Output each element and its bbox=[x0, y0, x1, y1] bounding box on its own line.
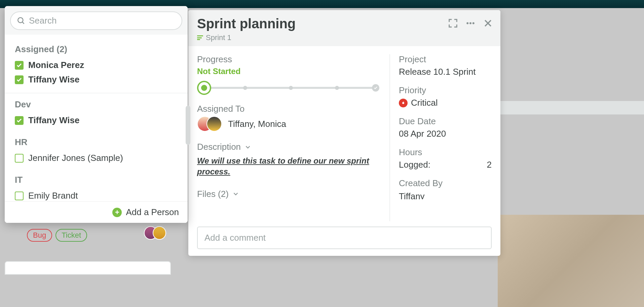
close-icon[interactable] bbox=[483, 18, 493, 28]
sprint-icon bbox=[197, 35, 203, 40]
background-card-avatars bbox=[144, 226, 166, 240]
svg-point-0 bbox=[18, 18, 23, 23]
breadcrumb-text: Sprint 1 bbox=[206, 33, 231, 42]
search-bar-wrap bbox=[5, 6, 188, 35]
group-it-header: IT bbox=[15, 175, 178, 185]
comment-input[interactable]: Add a comment bbox=[197, 227, 492, 249]
divider bbox=[5, 93, 188, 93]
assigned-label: Assigned To bbox=[197, 104, 381, 114]
priority-value: Critical bbox=[411, 98, 438, 108]
person-jennifer-jones[interactable]: Jennifer Jones (Sample) bbox=[15, 151, 178, 165]
person-name: Jennifer Jones (Sample) bbox=[28, 153, 123, 163]
group-hr-header: HR bbox=[15, 137, 178, 147]
chevron-down-icon bbox=[244, 143, 252, 151]
person-emily-brandt[interactable]: Emily Brandt bbox=[15, 189, 178, 201]
assigned-avatars bbox=[197, 116, 222, 132]
search-box[interactable] bbox=[10, 11, 182, 30]
created-by-block[interactable]: Created By Tiffany bbox=[399, 178, 492, 199]
search-input[interactable] bbox=[29, 15, 176, 26]
person-tiffany-wise-dev[interactable]: Tiffany Wise bbox=[15, 113, 178, 128]
priority-label: Priority bbox=[399, 85, 492, 96]
description-text[interactable]: We will use this task to define our new … bbox=[197, 156, 381, 177]
progress-step bbox=[243, 86, 247, 90]
due-date-label: Due Date bbox=[399, 116, 492, 127]
checkbox-unchecked-icon bbox=[15, 154, 24, 163]
people-list: Assigned (2) Monica Perez Tiffany Wise D… bbox=[5, 35, 188, 201]
svg-line-1 bbox=[22, 22, 24, 24]
progress-status[interactable]: Not Started bbox=[197, 67, 381, 76]
logged-value: 2 bbox=[487, 160, 492, 170]
files-label: Files (2) bbox=[197, 189, 229, 199]
progress-label: Progress bbox=[197, 54, 381, 65]
svg-point-2 bbox=[466, 22, 468, 24]
person-name: Tiffany Wise bbox=[28, 74, 79, 85]
comment-bar: Add a comment bbox=[188, 221, 500, 256]
task-main: Progress Not Started Assigned To Tiffany… bbox=[197, 54, 381, 221]
priority-block[interactable]: Priority Critical bbox=[399, 85, 492, 108]
progress-current-icon bbox=[197, 81, 211, 95]
task-header: Sprint planning Sprint 1 bbox=[188, 10, 500, 46]
hours-label: Hours bbox=[399, 147, 492, 158]
task-breadcrumb[interactable]: Sprint 1 bbox=[197, 33, 492, 42]
files-header[interactable]: Files (2) bbox=[197, 189, 381, 199]
logged-label: Logged: bbox=[399, 160, 430, 170]
due-date-block[interactable]: Due Date 08 Apr 2020 bbox=[399, 116, 492, 139]
avatar bbox=[153, 226, 166, 240]
person-name: Tiffany Wise bbox=[28, 115, 79, 126]
checkbox-checked-icon bbox=[15, 61, 24, 70]
avatar bbox=[206, 116, 222, 132]
fire-icon bbox=[399, 99, 408, 107]
task-title[interactable]: Sprint planning bbox=[197, 16, 492, 31]
created-by-label: Created By bbox=[399, 178, 492, 189]
task-body: Progress Not Started Assigned To Tiffany… bbox=[188, 46, 500, 221]
progress-track[interactable] bbox=[197, 81, 381, 94]
background-photo bbox=[498, 215, 644, 307]
person-monica-perez[interactable]: Monica Perez bbox=[15, 58, 178, 72]
hours-block[interactable]: Hours Logged: 2 bbox=[399, 147, 492, 170]
assigned-header: Assigned (2) bbox=[15, 44, 178, 55]
task-sidebar: Project Release 10.1 Sprint Priority Cri… bbox=[389, 54, 492, 221]
checkbox-unchecked-icon bbox=[15, 192, 24, 200]
assigned-to-row[interactable]: Tiffany, Monica bbox=[197, 116, 381, 132]
people-picker-panel: Assigned (2) Monica Perez Tiffany Wise D… bbox=[5, 6, 188, 223]
person-name: Emily Brandt bbox=[28, 191, 78, 201]
chevron-down-icon bbox=[232, 190, 239, 198]
description-header[interactable]: Description bbox=[197, 142, 381, 152]
task-actions bbox=[448, 18, 493, 28]
background-stripe bbox=[498, 101, 644, 114]
project-value: Release 10.1 Sprint bbox=[399, 67, 492, 77]
svg-point-3 bbox=[469, 22, 471, 24]
scrollbar-thumb[interactable] bbox=[186, 106, 190, 145]
svg-point-4 bbox=[472, 22, 475, 24]
progress-step bbox=[289, 86, 293, 90]
person-name: Monica Perez bbox=[28, 60, 84, 70]
expand-icon[interactable] bbox=[448, 18, 458, 28]
people-picker-footer: + Add a Person bbox=[5, 201, 188, 223]
more-icon[interactable] bbox=[465, 18, 476, 28]
tag-ticket[interactable]: Ticket bbox=[55, 229, 87, 242]
checkbox-checked-icon bbox=[15, 116, 24, 125]
description-label: Description bbox=[197, 142, 241, 152]
background-card-tags: Bug Ticket bbox=[27, 229, 87, 242]
project-block[interactable]: Project Release 10.1 Sprint bbox=[399, 54, 492, 77]
assigned-names: Tiffany, Monica bbox=[228, 119, 286, 129]
person-tiffany-wise[interactable]: Tiffany Wise bbox=[15, 72, 178, 87]
progress-end-icon bbox=[372, 84, 379, 92]
task-detail-panel: Sprint planning Sprint 1 Progress Not St… bbox=[188, 10, 500, 256]
tag-bug[interactable]: Bug bbox=[27, 229, 52, 242]
created-by-value: Tiffany bbox=[399, 191, 492, 199]
background-card-partial bbox=[5, 261, 171, 275]
progress-step bbox=[335, 86, 339, 90]
project-label: Project bbox=[399, 54, 492, 65]
group-dev-header: Dev bbox=[15, 99, 178, 110]
plus-circle-icon[interactable]: + bbox=[112, 208, 122, 217]
due-date-value: 08 Apr 2020 bbox=[399, 129, 492, 139]
search-icon bbox=[17, 16, 26, 25]
checkbox-checked-icon bbox=[15, 75, 24, 84]
add-person-button[interactable]: Add a Person bbox=[126, 207, 179, 217]
